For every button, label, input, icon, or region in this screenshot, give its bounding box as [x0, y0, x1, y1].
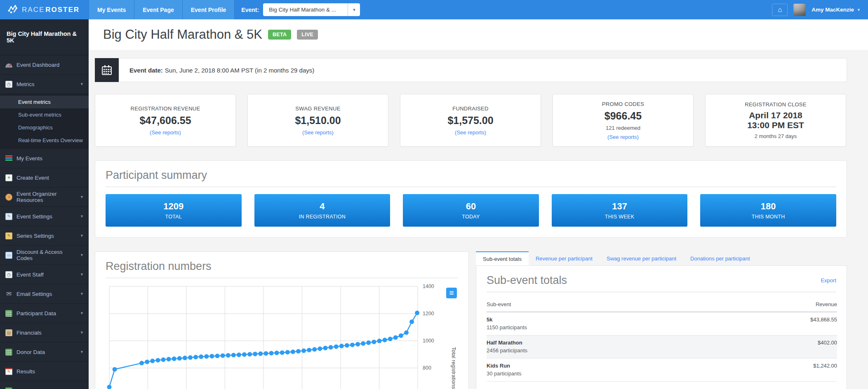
svg-text:1400: 1400 — [423, 284, 434, 289]
tab-swag-revenue-per-participant[interactable]: Swag revenue per participant — [600, 251, 683, 265]
sidebar-item-event-settings[interactable]: Event Settings — [0, 207, 89, 226]
stat-card-registration-revenue: REGISTRATION REVENUE $47,606.55 (See rep… — [95, 94, 236, 147]
export-link[interactable]: Export — [821, 277, 836, 287]
table-row: Half Marathon 2456 participants $402.00 — [487, 335, 837, 359]
clipboard-pencil-icon — [5, 368, 12, 375]
chevron-down-icon — [80, 82, 84, 86]
event-select[interactable]: Big City Half Marathon & ... — [263, 3, 360, 16]
main-content: Big City Half Marathon & 5K BETA LIVE Ev… — [89, 19, 868, 389]
event-date-text: Event date:Sun, June 2, 2018 8:00 AM PST… — [129, 67, 314, 74]
spreadsheet-icon — [5, 349, 12, 356]
clipboard-plus-icon — [5, 174, 12, 181]
money-icon — [5, 329, 12, 336]
tile-in-registration: 4 IN REGISTRATION — [254, 194, 390, 227]
metrics-submenu: Event metrics Sub-event metrics Demograp… — [0, 94, 89, 149]
nav-my-events[interactable]: My Events — [89, 0, 134, 19]
tile-this-month: 180 THIS MONTH — [700, 194, 836, 227]
col-sub-event: Sub-event — [487, 295, 698, 312]
beta-badge: BETA — [268, 30, 291, 40]
sidebar-item-email-settings[interactable]: Email Settings — [0, 284, 89, 304]
nav-event-profile[interactable]: Event Profile — [183, 0, 235, 19]
envelope-icon — [5, 291, 12, 298]
sidebar-item-series-settings[interactable]: Series Settings — [0, 226, 89, 246]
sidebar-item-financials[interactable]: Financials — [0, 323, 89, 342]
col-revenue: Revenue — [698, 295, 837, 312]
sidebar-event-title: Big City Half Marathon & 5K — [0, 19, 89, 55]
see-reports-link[interactable]: (See reports) — [607, 134, 639, 140]
chevron-down-icon — [80, 330, 84, 335]
raceroster-logo-icon — [7, 4, 18, 16]
see-reports-link[interactable]: (See reports) — [455, 129, 486, 136]
subevent-totals-title: Sub-event totals — [487, 274, 567, 287]
nav-event-page[interactable]: Event Page — [134, 0, 182, 19]
tile-total: 1209 TOTAL — [106, 194, 242, 227]
registration-chart-svg: 800100012001400Total registrations — [104, 283, 462, 389]
list-icon — [5, 155, 12, 162]
sidebar-item-metrics[interactable]: Metrics — [0, 75, 89, 94]
sidebar-item-create-event[interactable]: Create Event — [0, 168, 89, 187]
ticket-icon — [5, 252, 12, 259]
staff-doc-icon — [5, 271, 12, 278]
sidebar-item-participant-data[interactable]: Participant Data — [0, 304, 89, 323]
subevent-table: Sub-event Revenue 5k 1150 participants $… — [487, 295, 837, 382]
chart-export-menu-icon[interactable] — [446, 288, 457, 298]
page-header: Big City Half Marathon & 5K BETA LIVE — [89, 19, 868, 50]
subevent-panel: Sub-event totals Revenue per participant… — [476, 251, 847, 389]
folder-pencil-icon — [5, 232, 12, 239]
chevron-down-icon — [80, 272, 84, 277]
submenu-real-time-events-overview[interactable]: Real-time Events Overview — [0, 134, 89, 147]
page-title: Big City Half Marathon & 5K — [103, 27, 262, 42]
tab-sub-event-totals[interactable]: Sub-event totals — [476, 251, 529, 265]
sidebar-item-event-staff[interactable]: Event Staff — [0, 265, 89, 284]
submenu-event-metrics[interactable]: Event metrics — [0, 96, 89, 108]
svg-text:Total registrations: Total registrations — [451, 347, 457, 389]
chevron-down-icon — [80, 234, 84, 238]
user-menu[interactable]: Amy MacKenzie — [812, 7, 861, 13]
event-date-value: Sun, June 2, 2018 8:00 AM PST (in 2 mont… — [165, 67, 314, 74]
event-date-label: Event date: — [129, 67, 163, 74]
event-select-value[interactable]: Big City Half Marathon & ... — [263, 3, 348, 16]
navbar-right: Amy MacKenzie — [772, 0, 868, 19]
sidebar-item-results[interactable]: Results — [0, 362, 89, 381]
chevron-down-icon — [80, 195, 84, 199]
top-navbar: RACEROSTER My Events Event Page Event Pr… — [0, 0, 868, 19]
tab-revenue-per-participant[interactable]: Revenue per participant — [529, 251, 600, 265]
table-row: Kids Run 30 participants $1,242.00 — [487, 359, 837, 382]
sidebar-item-volunteer-tools[interactable]: Volunteer Tools — [0, 381, 89, 389]
metrics-doc-icon — [5, 81, 12, 88]
svg-text:1000: 1000 — [423, 338, 434, 344]
submenu-sub-event-metrics[interactable]: Sub-event metrics — [0, 108, 89, 121]
subevent-tabs: Sub-event totals Revenue per participant… — [476, 251, 847, 265]
live-badge: LIVE — [297, 30, 318, 40]
sidebar-item-my-events[interactable]: My Events — [0, 149, 89, 168]
event-date-bar: Event date:Sun, June 2, 2018 8:00 AM PST… — [95, 58, 847, 82]
submenu-demographics[interactable]: Demographics — [0, 121, 89, 134]
participant-summary-title: Participant summary — [106, 169, 207, 182]
tile-today: 60 TODAY — [403, 194, 539, 227]
chevron-down-icon — [80, 214, 84, 218]
see-reports-link[interactable]: (See reports) — [150, 129, 181, 136]
see-reports-link[interactable]: (See reports) — [302, 129, 334, 136]
brand-race: RACE — [22, 6, 45, 14]
settings-doc-icon — [5, 213, 12, 220]
avatar[interactable] — [793, 4, 806, 16]
participant-tiles: 1209 TOTAL 4 IN REGISTRATION 60 TODAY 13… — [95, 187, 847, 227]
brand-roster: ROSTER — [45, 6, 80, 14]
sidebar-item-discount-access-codes[interactable]: Discount & Access Codes — [0, 246, 89, 265]
stat-card-fundraised: FUNDRAISED $1,575.00 (See reports) — [400, 94, 541, 147]
participant-summary-panel: Participant summary 1209 TOTAL 4 IN REGI… — [95, 160, 847, 238]
raceroster-logo[interactable]: RACEROSTER — [0, 0, 89, 19]
megaphone-icon — [5, 194, 12, 201]
tab-donations-per-participant[interactable]: Donations per participant — [683, 251, 757, 265]
volunteer-icon — [5, 387, 12, 389]
stat-card-swag-revenue: SWAG REVENUE $1,510.00 (See reports) — [247, 94, 388, 147]
sidebar-item-donor-data[interactable]: Donor Data — [0, 342, 89, 362]
sidebar-item-event-organizer-resources[interactable]: Event Organizer Resources — [0, 187, 89, 207]
sidebar: Big City Half Marathon & 5K Event Dashbo… — [0, 19, 89, 389]
spreadsheet-icon — [5, 310, 12, 317]
sidebar-item-event-dashboard[interactable]: Event Dashboard — [0, 55, 89, 75]
chevron-down-icon[interactable] — [348, 3, 360, 16]
calendar-icon — [95, 58, 119, 82]
stat-card-registration-close: REGISTRATION CLOSE April 17 2018 13:00 P… — [705, 94, 846, 147]
home-icon[interactable] — [772, 4, 788, 16]
